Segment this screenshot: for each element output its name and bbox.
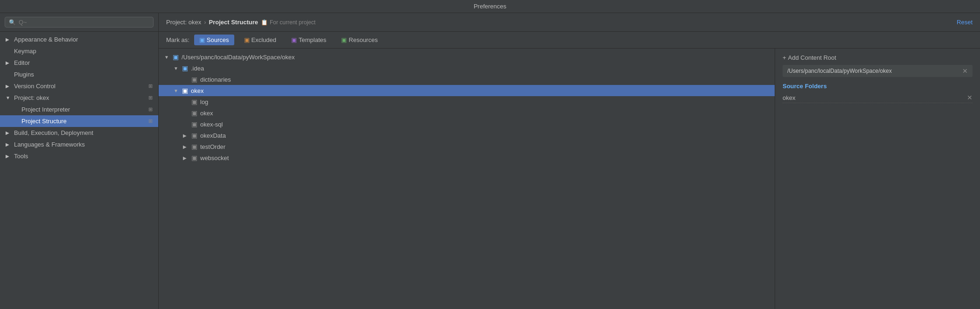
mark-as-sources-label: Sources — [207, 36, 229, 43]
folder-icon-tree-okex2: ▣ — [191, 109, 197, 117]
mark-as-resources-button[interactable]: ▣Resources — [336, 35, 383, 45]
folder-icon-tree-log: ▣ — [191, 98, 197, 105]
sidebar-item-version-control[interactable]: ▶Version Control⊞ — [0, 80, 158, 92]
sidebar-nav: ▶Appearance & BehaviorKeymap▶EditorPlugi… — [0, 32, 158, 309]
tree-label-idea: .idea — [191, 65, 204, 72]
sidebar-item-plugins[interactable]: Plugins — [0, 69, 158, 80]
sidebar-label-keymap: Keymap — [14, 48, 153, 55]
sidebar-item-project-okex[interactable]: ▼Project: okex⊞ — [0, 92, 158, 104]
folder-icon-tree-okexData: ▣ — [191, 132, 197, 139]
folder-icon-tree-okex: ▣ — [182, 87, 188, 94]
plus-icon: + — [783, 54, 786, 61]
tree-item-dictionaries[interactable]: ▣dictionaries — [159, 74, 775, 85]
sidebar-label-appearance: Appearance & Behavior — [14, 36, 153, 43]
search-input-wrap[interactable]: 🔍 — [5, 17, 154, 28]
folder-icon-tree-okex-sql: ▣ — [191, 120, 197, 128]
sidebar-arrow-build-execution: ▶ — [6, 130, 11, 135]
tree-item-websocket[interactable]: ▶▣websocket — [159, 152, 775, 163]
mark-as-excluded-label: Excluded — [252, 36, 276, 43]
content-root-close-button[interactable]: ✕ — [962, 67, 968, 75]
tree-label-dictionaries: dictionaries — [200, 76, 231, 83]
sidebar-label-project-okex: Project: okex — [14, 94, 146, 101]
sidebar-label-tools: Tools — [14, 153, 153, 160]
tree-label-websocket: websocket — [200, 154, 229, 162]
folder-icon-tree-root: ▣ — [173, 53, 179, 61]
breadcrumb-page: Project Structure — [209, 19, 258, 26]
content-area: Project: okex › Project Structure 📋 For … — [159, 13, 980, 309]
tree-item-okexData[interactable]: ▶▣okexData — [159, 130, 775, 141]
main-layout: 🔍 ▶Appearance & BehaviorKeymap▶EditorPlu… — [0, 13, 980, 309]
title-bar: Preferences — [0, 0, 980, 13]
source-folder-name-okex-sf: okex — [783, 94, 795, 101]
reset-button[interactable]: Reset — [957, 19, 973, 26]
content-body: ▼▣/Users/panc/localData/pyWorkSpace/okex… — [159, 49, 980, 309]
sidebar-arrow-languages-frameworks: ▶ — [6, 142, 11, 147]
sidebar-item-editor[interactable]: ▶Editor — [0, 57, 158, 69]
sidebar-arrow-appearance: ▶ — [6, 37, 11, 42]
folder-icon-tree-testOrder: ▣ — [191, 143, 197, 150]
tree-item-okex[interactable]: ▼▣okex — [159, 85, 775, 96]
content-root-path: /Users/panc/localData/pyWorkSpace/okex ✕ — [783, 65, 973, 77]
tree-item-root[interactable]: ▼▣/Users/panc/localData/pyWorkSpace/okex — [159, 51, 775, 63]
search-icon: 🔍 — [9, 19, 16, 26]
sidebar-item-keymap[interactable]: Keymap — [0, 45, 158, 57]
tree-label-log: log — [200, 98, 208, 105]
sidebar-item-build-execution[interactable]: ▶Build, Execution, Deployment — [0, 127, 158, 139]
tree-arrow-root: ▼ — [164, 55, 171, 60]
tree-label-okex: okex — [191, 87, 203, 94]
source-folders-title: Source Folders — [783, 83, 973, 90]
clipboard-icon: 📋 — [261, 19, 268, 26]
sidebar-label-project-structure: Project Structure — [21, 118, 146, 125]
tree-arrow-idea: ▼ — [174, 66, 180, 71]
folder-icon-templates: ▣ — [291, 36, 297, 43]
sidebar-badge-project-okex: ⊞ — [148, 95, 153, 101]
tree-label-okex2: okex — [200, 110, 213, 117]
folder-icon-excluded: ▣ — [244, 36, 250, 43]
sidebar-item-project-structure[interactable]: Project Structure⊞ — [0, 115, 158, 127]
tree-arrow-websocket: ▶ — [183, 155, 189, 161]
mark-as-templates-button[interactable]: ▣Templates — [286, 35, 331, 45]
right-panel: + Add Content Root /Users/panc/localData… — [775, 49, 980, 309]
tree-item-okex2[interactable]: ▣okex — [159, 107, 775, 119]
sidebar-badge-version-control: ⊞ — [148, 83, 153, 89]
breadcrumb: Project: okex › Project Structure 📋 For … — [166, 19, 315, 26]
sidebar-label-plugins: Plugins — [14, 71, 153, 78]
tree-arrow-testOrder: ▶ — [183, 144, 189, 149]
tree-item-okex-sql[interactable]: ▣okex-sql — [159, 119, 775, 130]
source-folders-section: Source Folders okex✕ — [783, 83, 973, 103]
sidebar-item-tools[interactable]: ▶Tools — [0, 150, 158, 162]
breadcrumb-sep: › — [204, 19, 206, 26]
sidebar-arrow-tools: ▶ — [6, 154, 11, 159]
add-content-root-button[interactable]: + Add Content Root — [783, 54, 973, 61]
tree-item-idea[interactable]: ▼▣.idea — [159, 63, 775, 74]
tree-label-okexData: okexData — [200, 132, 226, 139]
folder-icon-tree-dictionaries: ▣ — [191, 76, 197, 83]
tree-label-okex-sql: okex-sql — [200, 121, 223, 128]
sidebar-badge-project-structure: ⊞ — [148, 118, 153, 124]
search-input[interactable] — [19, 19, 149, 26]
tree-arrow-okexData: ▶ — [183, 133, 189, 138]
content-root-path-label: /Users/panc/localData/pyWorkSpace/okex — [787, 68, 892, 74]
mark-as-sources-button[interactable]: ▣Sources — [194, 35, 234, 45]
tree-label-testOrder: testOrder — [200, 143, 225, 150]
tree-label-root: /Users/panc/localData/pyWorkSpace/okex — [182, 54, 295, 61]
mark-as-excluded-button[interactable]: ▣Excluded — [239, 35, 281, 45]
tree-item-log[interactable]: ▣log — [159, 96, 775, 107]
for-current-project: 📋 For current project — [261, 19, 315, 26]
content-header: Project: okex › Project Structure 📋 For … — [159, 13, 980, 32]
for-current-label: For current project — [270, 19, 315, 26]
search-bar: 🔍 — [0, 13, 158, 32]
sidebar-label-project-interpreter: Project Interpreter — [21, 106, 146, 113]
folder-icon-tree-websocket: ▣ — [191, 154, 197, 162]
sidebar-label-languages-frameworks: Languages & Frameworks — [14, 141, 153, 148]
sidebar-item-project-interpreter[interactable]: Project Interpreter⊞ — [0, 104, 158, 115]
sidebar-item-languages-frameworks[interactable]: ▶Languages & Frameworks — [0, 139, 158, 150]
tree-item-testOrder[interactable]: ▶▣testOrder — [159, 141, 775, 152]
mark-as-label: Mark as: — [166, 36, 189, 43]
sidebar-arrow-version-control: ▶ — [6, 84, 11, 89]
sidebar-item-appearance[interactable]: ▶Appearance & Behavior — [0, 34, 158, 45]
sidebar-badge-project-interpreter: ⊞ — [148, 106, 153, 112]
folder-icon-tree-idea: ▣ — [182, 64, 188, 72]
mark-as-bar: Mark as: ▣Sources▣Excluded▣Templates▣Res… — [159, 32, 980, 49]
source-folder-remove-okex-sf[interactable]: ✕ — [967, 94, 973, 101]
